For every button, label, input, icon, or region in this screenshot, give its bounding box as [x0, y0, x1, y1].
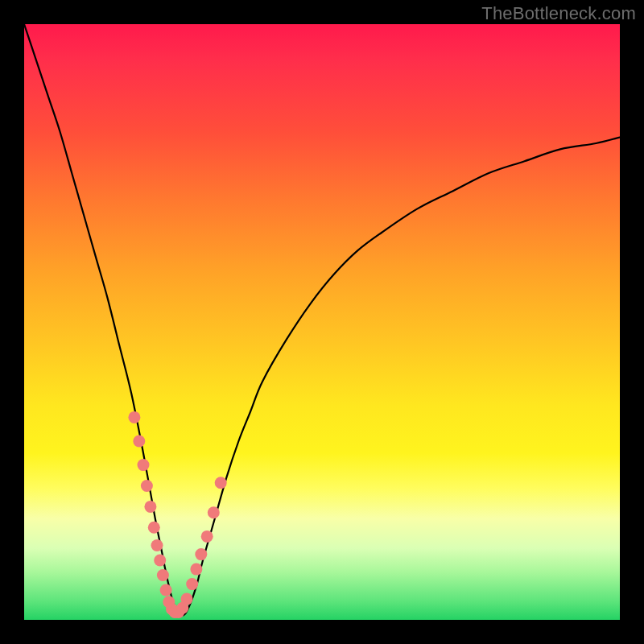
- plot-area: [24, 24, 620, 620]
- marker-dot: [133, 436, 145, 448]
- marker-dot: [154, 555, 166, 567]
- marker-dot: [190, 564, 202, 576]
- chart-svg: [24, 24, 620, 620]
- marker-dot: [181, 593, 193, 605]
- marker-dot: [201, 530, 213, 543]
- marker-dot: [151, 539, 163, 551]
- watermark-text: TheBottleneck.com: [481, 3, 636, 24]
- highlight-markers: [128, 411, 226, 618]
- marker-dot: [144, 501, 156, 513]
- marker-dot: [138, 459, 150, 471]
- marker-dot: [208, 506, 220, 518]
- marker-dot: [157, 569, 169, 581]
- marker-dot: [186, 578, 198, 590]
- marker-dot: [195, 548, 207, 560]
- marker-dot: [215, 477, 227, 489]
- bottleneck-curve: [24, 24, 620, 615]
- outer-frame: TheBottleneck.com: [0, 0, 644, 644]
- marker-dot: [148, 522, 160, 534]
- marker-dot: [160, 584, 172, 597]
- marker-dot: [128, 411, 140, 423]
- marker-dot: [141, 480, 153, 492]
